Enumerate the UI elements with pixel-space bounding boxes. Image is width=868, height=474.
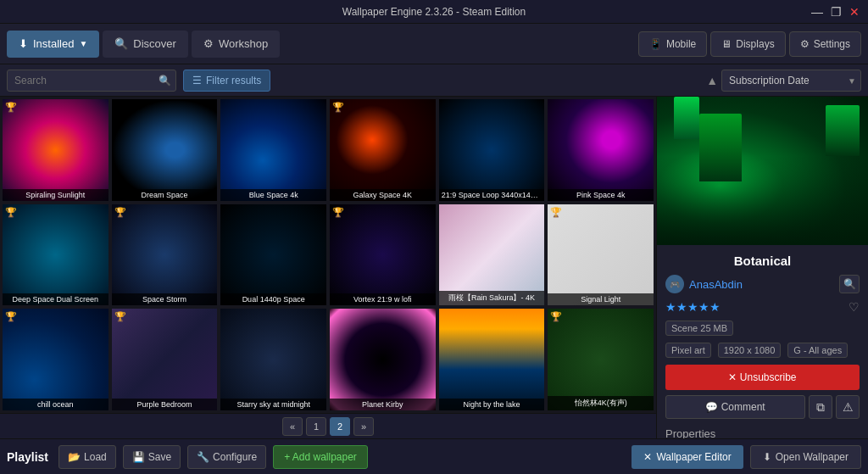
wallpaper-label: Night by the lake [439, 399, 545, 410]
trophy-icon: 🏆 [550, 207, 562, 218]
save-icon: 💾 [132, 451, 145, 463]
wallpaper-item[interactable]: Dual 1440p Space [220, 204, 326, 306]
wallpaper-item[interactable]: 🏆Vortex 21:9 w lofi [330, 204, 436, 306]
page-1-button[interactable]: 1 [306, 417, 326, 436]
main-content: 🏆Spiraling SunlightDream SpaceBlue Space… [0, 97, 868, 438]
settings-label: Settings [814, 38, 850, 50]
load-icon: 📂 [68, 451, 81, 463]
next-page-button[interactable]: » [353, 417, 374, 436]
comment-button[interactable]: 💬 Comment [665, 395, 805, 419]
sort-wrapper: ▲ Subscription DateNameRatingFile Size ▼ [706, 70, 861, 92]
editor-icon: ✕ [643, 451, 652, 463]
load-button[interactable]: 📂 Load [58, 445, 116, 469]
wallpaper-item[interactable]: 21:9 Space Loop 3440x1440 (Blue Version) [439, 99, 545, 201]
wallpaper-item[interactable]: Dream Space [112, 99, 218, 201]
toolbar: 🔍 ☰ Filter results ▲ Subscription DateNa… [0, 64, 868, 97]
alert-icon: ⚠ [843, 400, 854, 414]
add-label: + Add wallpaper [284, 451, 357, 463]
wallpaper-label: chill ocean [3, 399, 108, 410]
wallpaper-item[interactable]: 雨桜【Rain Sakura】- 4K [439, 204, 545, 306]
installed-button[interactable]: ⬇ Installed ▼ [7, 31, 99, 58]
pixel-art-tag: Pixel art [665, 343, 711, 358]
wallpaper-label: Planet Kirby [330, 399, 436, 410]
editor-label: Wallpaper Editor [656, 451, 731, 463]
settings-button[interactable]: ⚙ Settings [789, 31, 861, 57]
minimize-button[interactable]: — [810, 5, 824, 19]
close-button[interactable]: ✕ [848, 5, 861, 19]
search-wrapper: 🔍 [7, 70, 176, 92]
wallpaper-item[interactable]: 🏆chill ocean [3, 309, 108, 410]
page-2-button[interactable]: 2 [330, 417, 350, 436]
wallpaper-item[interactable]: Starry sky at midnight [220, 309, 326, 410]
installed-icon: ⬇ [19, 37, 28, 50]
star-rating: ★★★★★ [665, 300, 721, 314]
trophy-icon: 🏆 [332, 207, 344, 218]
save-button[interactable]: 💾 Save [123, 445, 181, 469]
nav-bar: ⬇ Installed ▼ 🔍 Discover ⚙ Workshop 📱 Mo… [0, 24, 868, 64]
settings-icon: ⚙ [800, 38, 810, 50]
workshop-button[interactable]: ⚙ Workshop [192, 31, 280, 58]
author-name[interactable]: AnasAbdin [689, 278, 743, 291]
trophy-icon: 🏆 [5, 102, 17, 113]
mobile-button[interactable]: 📱 Mobile [638, 31, 707, 57]
alert-button[interactable]: ⚠ [836, 395, 860, 419]
wallpaper-label: Space Storm [112, 293, 218, 305]
window-controls: — ❐ ✕ [810, 5, 861, 19]
wallpaper-label: Galaxy Space 4K [330, 189, 436, 201]
configure-button[interactable]: 🔧 Configure [187, 445, 266, 469]
prev-page-button[interactable]: « [282, 417, 303, 436]
workshop-icon: ⚙ [203, 37, 214, 50]
displays-label: Displays [736, 38, 774, 50]
wallpaper-item[interactable]: 🏆怡然林4K(有声) [548, 309, 654, 410]
wallpaper-editor-button[interactable]: ✕ Wallpaper Editor [632, 445, 743, 469]
unsubscribe-button[interactable]: ✕ Unsubscribe [665, 365, 860, 390]
wallpaper-label: Blue Space 4k [220, 189, 326, 201]
search-input[interactable] [7, 70, 176, 92]
wallpaper-item[interactable]: 🏆Galaxy Space 4K [330, 99, 436, 201]
wallpaper-label: Pink Space 4k [548, 189, 654, 201]
filter-icon: ☰ [192, 75, 202, 86]
discover-label: Discover [133, 37, 176, 50]
author-search-button[interactable]: 🔍 [839, 275, 860, 293]
wallpaper-item[interactable]: 🏆Deep Space Dual Screen [3, 204, 108, 306]
trophy-icon: 🏆 [550, 311, 562, 322]
trophy-icon: 🏆 [332, 102, 344, 113]
wallpaper-label: Starry sky at midnight [220, 399, 326, 410]
sort-select-wrapper: Subscription DateNameRatingFile Size ▼ [721, 70, 861, 92]
panel-author: 🎮 AnasAbdin 🔍 [665, 275, 860, 293]
wallpaper-label: Dream Space [112, 189, 218, 201]
wallpaper-label: 怡然林4K(有声) [548, 396, 654, 410]
filter-results-button[interactable]: ☰ Filter results [183, 70, 270, 92]
heart-button[interactable]: ♡ [849, 300, 860, 314]
wallpaper-item[interactable]: Planet Kirby [330, 309, 436, 410]
open-wallpaper-button[interactable]: ⬇ Open Wallpaper [750, 445, 861, 469]
maximize-button[interactable]: ❐ [829, 5, 843, 19]
panel-title: Botanical [665, 254, 860, 268]
displays-button[interactable]: 🖥 Displays [710, 31, 785, 57]
wallpaper-item[interactable]: Pink Space 4k [548, 99, 654, 201]
pagination: « 1 2 » [0, 413, 656, 438]
wallpaper-item[interactable]: Blue Space 4k [220, 99, 326, 201]
wallpaper-item[interactable]: 🏆Spiraling Sunlight [3, 99, 108, 201]
copy-button[interactable]: ⧉ [809, 395, 832, 419]
wallpaper-grid: 🏆Spiraling SunlightDream SpaceBlue Space… [0, 97, 656, 413]
configure-icon: 🔧 [197, 451, 209, 463]
wallpaper-item[interactable]: 🏆Space Storm [112, 204, 218, 306]
title-bar: Wallpaper Engine 2.3.26 - Steam Edition … [0, 0, 868, 24]
open-label: Open Wallpaper [776, 451, 849, 463]
copy-icon: ⧉ [816, 400, 825, 415]
info-row-2: Pixel art 1920 x 1080 G - All ages [665, 343, 860, 358]
wallpaper-label: Spiraling Sunlight [3, 189, 108, 201]
sort-select[interactable]: Subscription DateNameRatingFile Size [721, 70, 861, 92]
mobile-label: Mobile [666, 38, 696, 50]
wallpaper-item[interactable]: 🏆Signal Light [548, 204, 654, 306]
discover-button[interactable]: 🔍 Discover [103, 31, 188, 58]
rating-row: ★★★★★ ♡ [665, 300, 860, 314]
search-icon: 🔍 [843, 278, 856, 290]
wallpaper-item[interactable]: Night by the lake [439, 309, 545, 410]
add-wallpaper-button[interactable]: + Add wallpaper [273, 445, 368, 469]
search-icon: 🔍 [159, 75, 171, 86]
displays-icon: 🖥 [721, 38, 732, 50]
properties-section: Properties Scheme color ▼ [665, 427, 860, 438]
wallpaper-item[interactable]: 🏆Purple Bedroom [112, 309, 218, 410]
